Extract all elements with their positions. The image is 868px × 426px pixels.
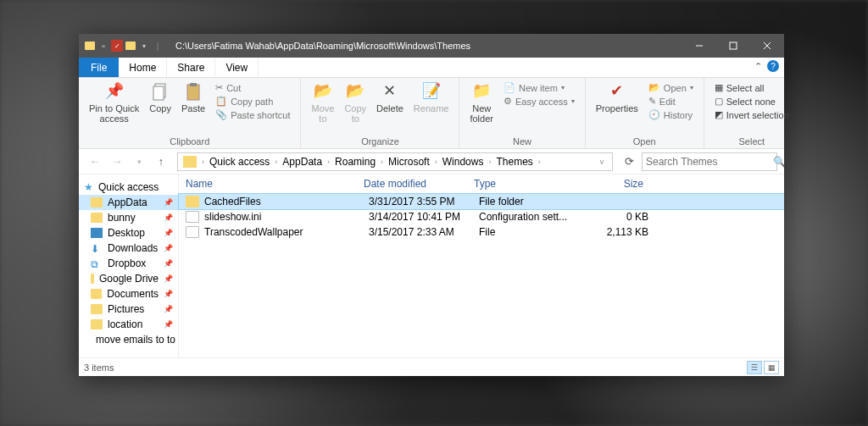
address-bar: ← → ▾ ↑ › Quick access› AppData› Roaming… [79, 149, 784, 174]
help-button[interactable]: ? [767, 60, 779, 72]
file-list: Name Date modified Type Size CachedFiles… [179, 174, 784, 357]
nav-item-move-emails[interactable]: move emails to to [79, 332, 178, 347]
pin-quick-access-button[interactable]: 📌 Pin to Quick access [84, 80, 144, 125]
icons-view-button[interactable]: ▦ [764, 361, 779, 374]
nav-recent-button[interactable]: ▾ [130, 152, 148, 171]
downloads-icon: ⬇ [91, 243, 103, 253]
details-view-button[interactable]: ☰ [747, 361, 762, 374]
rename-icon: 📝 [421, 81, 442, 102]
search-box[interactable]: 🔍 [642, 152, 777, 171]
collapse-ribbon-button[interactable]: ⌃ [754, 61, 762, 72]
nav-item-dropbox[interactable]: ⧉Dropbox📌 [79, 256, 178, 271]
refresh-button[interactable]: ⟳ [620, 152, 638, 171]
edit-button[interactable]: ✎Edit [647, 95, 695, 108]
delete-button[interactable]: ✕ Delete [371, 80, 409, 115]
select-none-button[interactable]: ▢Select none [713, 95, 791, 108]
folder-icon [91, 304, 103, 314]
status-bar: 3 items ☰ ▦ [79, 357, 784, 376]
folder-icon [183, 156, 197, 168]
invert-selection-button[interactable]: ◩Invert selection [713, 108, 791, 121]
file-icon [186, 226, 199, 238]
folder-icon [84, 40, 96, 52]
minimize-button[interactable] [682, 34, 716, 58]
nav-forward-button[interactable]: → [108, 152, 126, 171]
properties-button[interactable]: ✔ Properties [591, 80, 643, 115]
history-icon: 🕘 [648, 109, 660, 120]
paste-button[interactable]: Paste [176, 80, 210, 115]
window-title: C:\Users\Fatima Wahab\AppData\Roaming\Mi… [169, 41, 682, 51]
new-item-button[interactable]: 📄New item ▾ [502, 81, 576, 94]
titlebar[interactable]: ▫ ✓ ▾ | C:\Users\Fatima Wahab\AppData\Ro… [79, 34, 784, 58]
nav-item-pictures[interactable]: Pictures📌 [79, 302, 178, 317]
cut-button[interactable]: ✂Cut [214, 81, 292, 94]
qat-dropdown-icon[interactable]: ▾ [138, 40, 150, 52]
group-label-select: Select [709, 136, 794, 148]
group-label-open: Open [591, 136, 698, 148]
folder-icon [91, 213, 103, 223]
paste-icon [183, 81, 203, 102]
group-label-clipboard: Clipboard [84, 136, 295, 148]
pin-icon: 📌 [164, 213, 173, 222]
qat-overflow-icon[interactable] [125, 40, 136, 52]
crumb-quick-access[interactable]: Quick access [206, 156, 273, 168]
pin-icon: 📌 [164, 290, 173, 298]
nav-item-desktop[interactable]: Desktop📌 [79, 225, 178, 241]
rename-button[interactable]: 📝 Rename [409, 80, 454, 115]
search-input[interactable] [646, 156, 773, 168]
qat-check-icon[interactable]: ✓ [111, 40, 123, 52]
crumb-windows[interactable]: Windows [439, 156, 487, 168]
maximize-button[interactable] [716, 34, 750, 58]
crumb-microsoft[interactable]: Microsoft [385, 156, 433, 168]
col-type[interactable]: Type [474, 178, 576, 190]
nav-item-documents[interactable]: Documents📌 [79, 286, 178, 302]
copy-path-button[interactable]: 📋Copy path [214, 95, 292, 108]
nav-back-button[interactable]: ← [86, 152, 104, 171]
tab-view[interactable]: View [215, 58, 259, 77]
moveto-icon: 📂 [313, 81, 333, 102]
close-button[interactable] [750, 34, 784, 58]
copy-button[interactable]: Copy [144, 80, 176, 115]
file-icon [186, 211, 199, 223]
delete-icon: ✕ [380, 81, 400, 102]
file-row[interactable]: slideshow.ini 3/14/2017 10:41 PM Configu… [179, 209, 784, 224]
pin-icon: 📌 [164, 244, 173, 252]
tab-home[interactable]: Home [119, 58, 167, 77]
address-dropdown-icon[interactable]: v [593, 158, 610, 166]
crumb-themes[interactable]: Themes [492, 156, 536, 168]
breadcrumb[interactable]: › Quick access› AppData› Roaming› Micros… [177, 152, 613, 171]
file-row[interactable]: TranscodedWallpaper 3/15/2017 2:33 AM Fi… [179, 224, 784, 240]
qat-save-icon[interactable]: ▫ [97, 40, 109, 52]
nav-quick-access[interactable]: ★ Quick access [79, 180, 178, 195]
pin-icon: 📌 [164, 305, 173, 313]
col-date[interactable]: Date modified [364, 178, 474, 190]
copyto-icon: 📂 [345, 81, 365, 102]
crumb-appdata[interactable]: AppData [279, 156, 326, 168]
nav-item-downloads[interactable]: ⬇Downloads📌 [79, 241, 178, 256]
copy-to-button[interactable]: 📂 Copy to [339, 80, 371, 125]
easy-access-button[interactable]: ⚙Easy access ▾ [502, 95, 576, 108]
folder-icon [91, 289, 102, 299]
open-button[interactable]: 📂Open ▾ [647, 81, 695, 94]
paste-shortcut-button[interactable]: 📎Paste shortcut [214, 108, 292, 121]
file-row[interactable]: CachedFiles 3/31/2017 3:55 PM File folde… [179, 194, 784, 209]
col-name[interactable]: Name [186, 178, 364, 190]
column-headers[interactable]: Name Date modified Type Size [179, 174, 784, 194]
edit-icon: ✎ [648, 96, 656, 107]
history-button[interactable]: 🕘History [647, 108, 695, 121]
nav-item-location[interactable]: location📌 [79, 317, 178, 332]
nav-up-button[interactable]: ↑ [152, 152, 170, 171]
move-to-button[interactable]: 📂 Move to [306, 80, 339, 125]
folder-icon [91, 197, 103, 207]
select-all-button[interactable]: ▦Select all [713, 81, 791, 94]
nav-item-bunny[interactable]: bunny📌 [79, 210, 178, 225]
nav-item-gdrive[interactable]: Google Drive📌 [79, 271, 178, 286]
search-icon: 🔍 [773, 156, 786, 168]
new-folder-button[interactable]: 📁 New folder [465, 80, 498, 125]
explorer-window: ▫ ✓ ▾ | C:\Users\Fatima Wahab\AppData\Ro… [79, 34, 784, 376]
crumb-roaming[interactable]: Roaming [331, 156, 379, 168]
nav-item-appdata[interactable]: AppData📌 [79, 195, 178, 210]
col-size[interactable]: Size [576, 178, 643, 190]
tab-file[interactable]: File [79, 58, 119, 77]
navigation-pane: ★ Quick access AppData📌 bunny📌 Desktop📌 … [79, 174, 179, 357]
tab-share[interactable]: Share [167, 58, 215, 77]
